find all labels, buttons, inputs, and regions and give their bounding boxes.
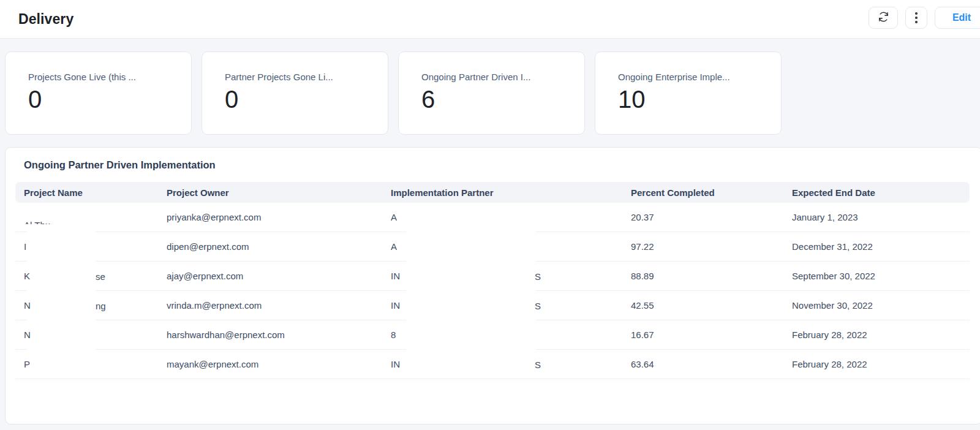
redaction-overlay-implementation-partner xyxy=(406,210,536,375)
number-cards-row: Projects Gone Live (this ... 0 Partner P… xyxy=(5,51,980,135)
kebab-menu-button[interactable] xyxy=(905,7,927,29)
number-card-ongoing-partner-driven[interactable]: Ongoing Partner Driven I... 6 xyxy=(398,51,585,135)
column-header-project-owner: Project Owner xyxy=(167,187,391,198)
project-owner-cell: harshwardhan@erpnext.com xyxy=(167,330,391,340)
expected-end-date-cell: September 30, 2022 xyxy=(792,271,961,281)
project-name-cell: N xyxy=(24,330,167,340)
project-owner-cell: mayank@erpnext.com xyxy=(167,359,391,369)
card-value: 0 xyxy=(225,85,375,113)
project-name-cell: Al Thu xyxy=(24,211,167,224)
project-owner-cell: ajay@erpnext.com xyxy=(167,271,391,281)
percent-completed-cell: 20.37 xyxy=(631,212,792,222)
percent-completed-cell: 88.89 xyxy=(631,271,792,281)
implementation-partner-cell: INS xyxy=(391,271,631,281)
percent-completed-cell: 97.22 xyxy=(631,241,792,252)
percent-completed-cell: 16.67 xyxy=(631,330,792,340)
dashboard-chart-card: Ongoing Partner Driven Implementation Pr… xyxy=(5,147,980,424)
column-header-implementation-partner: Implementation Partner xyxy=(391,187,631,198)
card-value: 10 xyxy=(618,85,769,113)
project-name-cell: Nng xyxy=(24,300,167,311)
card-label: Ongoing Partner Driven I... xyxy=(421,72,572,82)
project-name-cell: I xyxy=(24,241,167,252)
percent-completed-cell: 63.64 xyxy=(631,359,792,369)
expected-end-date-cell: January 1, 2023 xyxy=(792,212,961,222)
redaction-overlay-project-name xyxy=(27,210,96,375)
table-title: Ongoing Partner Driven Implementation xyxy=(24,159,216,171)
table-header-row: Project Name Project Owner Implementatio… xyxy=(15,182,970,203)
column-header-percent-completed: Percent Completed xyxy=(631,187,792,198)
dashboard-body: Projects Gone Live (this ... 0 Partner P… xyxy=(0,51,980,424)
project-owner-cell: priyanka@erpnext.com xyxy=(167,212,391,222)
expected-end-date-cell: February 28, 2022 xyxy=(792,330,961,340)
card-label: Projects Gone Live (this ... xyxy=(28,72,179,82)
kebab-menu-icon xyxy=(915,12,918,23)
number-card-ongoing-enterprise[interactable]: Ongoing Enterprise Imple... 10 xyxy=(595,51,782,135)
page-header: Delivery Edit xyxy=(0,0,980,39)
implementation-table: Project Name Project Owner Implementatio… xyxy=(15,182,970,379)
edit-button[interactable]: Edit xyxy=(935,7,980,29)
page-title: Delivery xyxy=(18,11,74,28)
implementation-partner-cell: A xyxy=(391,212,631,222)
card-value: 6 xyxy=(421,85,572,113)
project-owner-cell: dipen@erpnext.com xyxy=(167,241,391,252)
project-name-cell: Kse xyxy=(24,271,167,281)
refresh-icon xyxy=(878,11,889,25)
implementation-partner-cell: A xyxy=(391,241,631,252)
expected-end-date-cell: November 30, 2022 xyxy=(792,300,961,311)
card-label: Partner Projects Gone Li... xyxy=(225,72,375,82)
project-owner-cell: vrinda.m@erpnext.com xyxy=(167,300,391,311)
column-header-project-name: Project Name xyxy=(24,187,167,198)
expected-end-date-cell: February 28, 2022 xyxy=(792,359,961,369)
project-name-cell: P xyxy=(24,359,167,369)
card-label: Ongoing Enterprise Imple... xyxy=(618,72,769,82)
column-header-expected-end-date: Expected End Date xyxy=(792,187,961,198)
header-actions: Edit xyxy=(869,7,980,29)
implementation-partner-cell: INS xyxy=(391,359,631,369)
number-card-projects-gone-live[interactable]: Projects Gone Live (this ... 0 xyxy=(5,51,192,135)
implementation-partner-cell: INS xyxy=(391,300,631,311)
card-value: 0 xyxy=(28,85,179,113)
expected-end-date-cell: December 31, 2022 xyxy=(792,241,961,252)
implementation-partner-cell: 8 xyxy=(391,330,631,340)
percent-completed-cell: 42.55 xyxy=(631,300,792,311)
refresh-button[interactable] xyxy=(869,7,898,29)
number-card-partner-projects-gone-live[interactable]: Partner Projects Gone Li... 0 xyxy=(202,51,388,135)
